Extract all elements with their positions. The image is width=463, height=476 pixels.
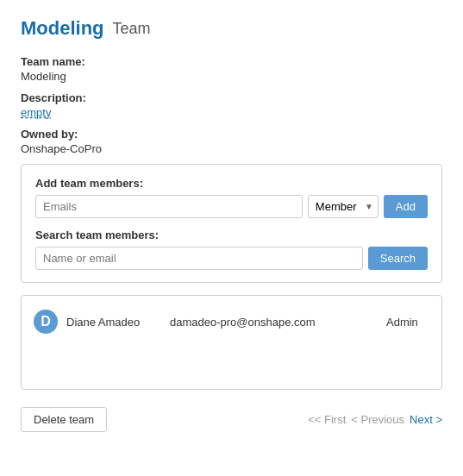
add-button[interactable]: Add xyxy=(384,195,428,218)
member-email: damadeo-pro@onshape.com xyxy=(170,316,378,329)
first-page-link[interactable]: << First xyxy=(308,413,346,426)
description-label: Description: xyxy=(21,91,442,104)
emails-input[interactable] xyxy=(35,195,303,218)
team-name-value: Modeling xyxy=(21,70,442,83)
footer-row: Delete team << First < Previous Next > xyxy=(21,404,442,432)
avatar: D xyxy=(34,310,58,334)
table-row: D Diane Amadeo damadeo-pro@onshape.com A… xyxy=(34,306,429,337)
role-select-wrap: Member Admin ▼ xyxy=(308,195,379,218)
description-value[interactable]: empty xyxy=(21,106,442,119)
previous-page-link[interactable]: < Previous xyxy=(351,413,404,426)
description-section: Description: empty xyxy=(21,91,442,119)
member-role: Admin xyxy=(386,316,429,329)
owned-by-value: Onshape-CoPro xyxy=(21,142,442,155)
page-header: Modeling Team xyxy=(21,17,442,40)
owned-by-section: Owned by: Onshape-CoPro xyxy=(21,128,442,155)
team-name-section: Team name: Modeling xyxy=(21,55,442,83)
page-title: Modeling xyxy=(21,17,104,40)
search-button[interactable]: Search xyxy=(368,247,428,270)
role-select[interactable]: Member Admin xyxy=(308,195,379,218)
search-input[interactable] xyxy=(35,247,363,270)
next-page-link[interactable]: Next > xyxy=(410,413,442,426)
member-name: Diane Amadeo xyxy=(66,316,161,329)
members-box: D Diane Amadeo damadeo-pro@onshape.com A… xyxy=(21,295,442,390)
delete-team-button[interactable]: Delete team xyxy=(21,407,107,432)
search-members-row: Search xyxy=(35,247,428,270)
team-name-label: Team name: xyxy=(21,55,442,68)
owned-by-label: Owned by: xyxy=(21,128,442,141)
add-members-box: Add team members: Member Admin ▼ Add Sea… xyxy=(21,164,442,283)
add-members-row: Member Admin ▼ Add xyxy=(35,195,428,218)
add-members-label: Add team members: xyxy=(35,177,428,190)
pagination: << First < Previous Next > xyxy=(308,413,442,426)
search-members-label: Search team members: xyxy=(35,229,428,241)
page-subtitle: Team xyxy=(113,20,151,38)
